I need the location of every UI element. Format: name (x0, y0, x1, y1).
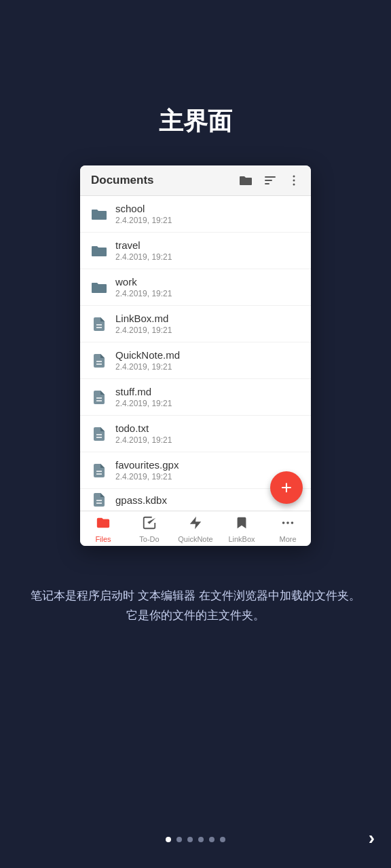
more-options-icon[interactable] (288, 174, 300, 186)
file-date: 2.4.2019, 19:21 (115, 216, 300, 225)
file-name: travel (115, 239, 300, 251)
file-info: work 2.4.2019, 19:21 (115, 276, 300, 298)
linkbox-nav-label: LinkBox (228, 535, 255, 543)
files-nav-label: Files (95, 535, 111, 543)
next-button[interactable]: › (369, 827, 375, 849)
file-date: 2.4.2019, 19:21 (115, 435, 300, 445)
file-info: QuickNote.md 2.4.2019, 19:21 (115, 349, 300, 372)
page-title: 主界面 (0, 0, 391, 138)
svg-point-21 (291, 521, 294, 524)
svg-point-4 (293, 180, 295, 182)
pagination-dot-1[interactable] (176, 837, 182, 842)
files-nav-icon (96, 515, 111, 534)
file-date: 2.4.2019, 19:21 (115, 289, 300, 298)
file-list: school 2.4.2019, 19:21 travel 2.4.2019, … (80, 196, 311, 511)
list-item[interactable]: todo.txt 2.4.2019, 19:21 (80, 416, 311, 452)
file-name: work (115, 276, 300, 288)
pagination-dot-5[interactable] (220, 837, 225, 842)
file-date: 2.4.2019, 19:21 (115, 252, 300, 262)
nav-item-quicknote[interactable]: QuickNote (172, 515, 219, 543)
documents-title: Documents (91, 174, 239, 187)
linkbox-nav-icon (234, 515, 249, 534)
file-date: 2.4.2019, 19:21 (115, 326, 300, 335)
file-name: stuff.md (115, 386, 300, 397)
svg-marker-18 (190, 517, 202, 529)
list-item[interactable]: travel 2.4.2019, 19:21 (80, 233, 311, 269)
list-item[interactable]: school 2.4.2019, 19:21 (80, 196, 311, 233)
svg-rect-0 (265, 176, 276, 178)
svg-point-19 (282, 521, 285, 524)
nav-item-files[interactable]: Files (80, 515, 126, 543)
list-item[interactable]: stuff.md 2.4.2019, 19:21 (80, 379, 311, 416)
pagination-dot-0[interactable] (166, 837, 171, 842)
new-folder-icon[interactable] (239, 174, 253, 186)
phone-mockup: Documents (80, 165, 311, 546)
file-name: todo.txt (115, 422, 300, 434)
file-name: QuickNote.md (115, 349, 300, 361)
todo-nav-icon (142, 515, 157, 534)
list-item[interactable]: work 2.4.2019, 19:21 (80, 269, 311, 306)
file-info: todo.txt 2.4.2019, 19:21 (115, 422, 300, 445)
svg-point-5 (293, 184, 295, 186)
file-info: school 2.4.2019, 19:21 (115, 203, 300, 225)
pagination (0, 837, 391, 842)
bottom-nav: Files To-Do QuickNote LinkBox More (80, 511, 311, 546)
file-list-wrapper: school 2.4.2019, 19:21 travel 2.4.2019, … (80, 196, 311, 511)
nav-item-linkbox[interactable]: LinkBox (219, 515, 265, 543)
quicknote-nav-icon (188, 515, 203, 534)
todo-nav-label: To-Do (139, 535, 159, 543)
header-icons (239, 174, 300, 186)
file-info: travel 2.4.2019, 19:21 (115, 239, 300, 262)
description-text: 笔记本是程序启动时 文本编辑器 在文件浏览器中加载的文件夹。它是你的文件的主文件… (0, 587, 391, 626)
file-date: 2.4.2019, 19:21 (115, 399, 300, 408)
pagination-dot-4[interactable] (209, 837, 215, 842)
svg-point-20 (286, 521, 289, 524)
more-nav-label: More (279, 535, 296, 543)
file-name: LinkBox.md (115, 313, 300, 324)
file-date: 2.4.2019, 19:21 (115, 362, 300, 372)
quicknote-nav-label: QuickNote (178, 535, 212, 543)
pagination-dot-3[interactable] (198, 837, 204, 842)
file-info: stuff.md 2.4.2019, 19:21 (115, 386, 300, 408)
file-name: school (115, 203, 300, 214)
sort-icon[interactable] (263, 174, 277, 186)
list-item[interactable]: QuickNote.md 2.4.2019, 19:21 (80, 342, 311, 379)
list-item[interactable]: LinkBox.md 2.4.2019, 19:21 (80, 306, 311, 342)
svg-point-3 (293, 176, 295, 178)
svg-rect-1 (265, 180, 272, 181)
nav-item-more[interactable]: More (265, 515, 311, 543)
more-nav-icon (280, 515, 295, 534)
file-info: LinkBox.md 2.4.2019, 19:21 (115, 313, 300, 335)
documents-header: Documents (80, 165, 311, 196)
nav-item-todo[interactable]: To-Do (126, 515, 172, 543)
svg-rect-2 (265, 183, 269, 184)
file-name: favourites.gpx (115, 459, 300, 471)
pagination-dot-2[interactable] (187, 837, 193, 842)
fab-button[interactable]: + (270, 471, 303, 504)
